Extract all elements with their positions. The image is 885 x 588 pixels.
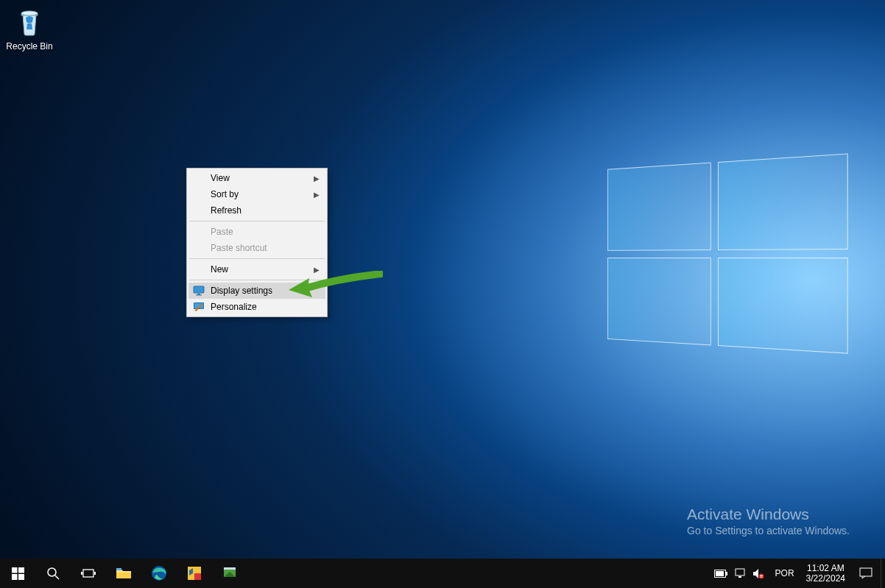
svg-rect-7 [18,567,24,573]
context-menu-new[interactable]: New ▶ [188,261,325,277]
svg-rect-22 [726,572,727,575]
svg-rect-20 [224,567,236,570]
tray-network-icon[interactable] [733,559,747,588]
activation-watermark: Activate Windows Go to Settings to activ… [687,506,850,536]
svg-rect-25 [738,576,741,578]
menu-label: New [211,264,228,274]
taskbar: POR 11:02 AM 3/22/2024 [0,559,885,588]
svg-rect-1 [194,286,204,293]
menu-label: View [211,173,230,183]
recycle-bin-icon[interactable]: Recycle Bin [4,4,54,52]
context-menu-sort-by[interactable]: Sort by ▶ [188,186,325,202]
tray-volume-icon[interactable] [752,559,766,588]
menu-label: Paste shortcut [211,243,267,253]
context-menu-display-settings[interactable]: Display settings [188,283,325,299]
language-indicator[interactable]: POR [769,559,800,588]
svg-rect-23 [716,571,724,576]
monitor-icon [193,285,205,297]
svg-rect-12 [83,570,94,577]
notification-icon [859,567,872,579]
svg-rect-3 [196,295,202,296]
menu-separator [189,221,325,222]
menu-label: Paste [211,227,233,237]
context-menu-paste: Paste [188,224,325,240]
search-icon [46,567,60,580]
search-button[interactable] [35,559,71,588]
context-menu-personalize[interactable]: Personalize [188,299,325,315]
trash-icon [4,4,54,40]
chevron-right-icon: ▶ [314,191,320,199]
clock-time: 11:02 AM [806,563,845,573]
app-icon [222,566,237,581]
start-button[interactable] [0,559,35,588]
svg-rect-24 [736,569,744,575]
svg-rect-9 [18,574,24,580]
svg-rect-2 [197,294,200,295]
context-menu-refresh[interactable]: Refresh [188,202,325,219]
windows-logo-icon [12,567,24,580]
svg-rect-13 [81,572,82,575]
svg-rect-14 [94,572,96,575]
chevron-right-icon: ▶ [314,174,320,183]
taskbar-app-2[interactable] [212,559,247,588]
file-explorer-button[interactable] [106,559,141,588]
clock-date: 3/22/2024 [806,573,845,584]
svg-line-11 [55,575,59,579]
edge-icon [151,565,167,581]
taskbar-spacer [247,559,711,588]
chevron-right-icon: ▶ [314,266,320,274]
system-tray [711,559,769,588]
menu-label: Refresh [211,205,241,216]
menu-separator [189,280,325,280]
wallpaper-windows-logo [607,153,848,361]
show-desktop-button[interactable] [881,559,885,588]
svg-rect-18 [194,573,201,580]
language-label: POR [775,568,794,578]
svg-rect-6 [12,567,18,573]
taskbar-clock[interactable]: 11:02 AM 3/22/2024 [800,559,851,588]
context-menu-paste-shortcut: Paste shortcut [188,240,325,256]
activation-title: Activate Windows [687,506,850,523]
folder-icon [116,567,132,580]
action-center-button[interactable] [851,559,881,588]
recycle-bin-label: Recycle Bin [4,41,54,52]
desktop[interactable]: Recycle Bin View ▶ Sort by ▶ Refresh Pas… [0,0,885,559]
edge-button[interactable] [141,559,177,588]
svg-rect-15 [116,568,121,570]
svg-point-10 [48,568,56,576]
taskbar-app-1[interactable] [177,559,212,588]
personalize-icon [193,301,205,313]
context-menu-view[interactable]: View ▶ [188,170,325,186]
svg-rect-27 [860,568,872,576]
app-icon [187,566,202,581]
menu-label: Personalize [211,302,257,312]
activation-subtitle: Go to Settings to activate Windows. [687,525,850,536]
task-view-icon [81,567,96,579]
svg-rect-8 [12,574,18,580]
menu-label: Sort by [211,189,239,199]
svg-point-0 [21,11,38,15]
menu-separator [189,258,325,259]
task-view-button[interactable] [71,559,106,588]
tray-battery-icon[interactable] [713,559,728,588]
menu-label: Display settings [211,286,272,296]
desktop-context-menu: View ▶ Sort by ▶ Refresh Paste Paste sho… [186,168,328,317]
